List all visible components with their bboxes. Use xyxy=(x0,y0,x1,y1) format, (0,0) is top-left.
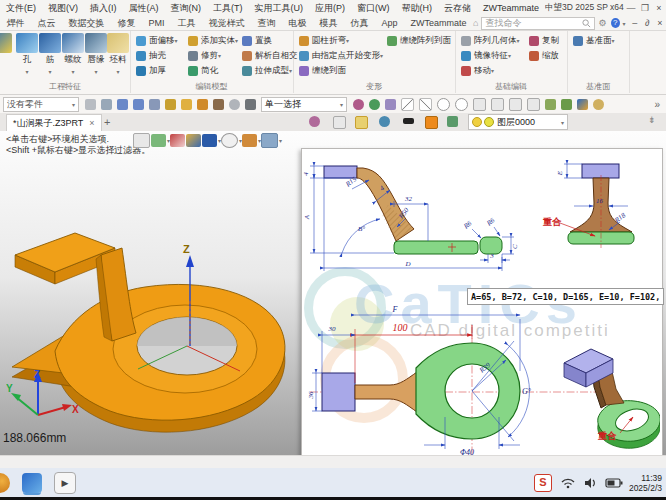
circlepoint-icon[interactable] xyxy=(437,98,450,111)
menu-attributes[interactable]: 属性(A) xyxy=(123,2,165,15)
view-axis-icon[interactable] xyxy=(309,116,320,127)
menu-view[interactable]: 视图(V) xyxy=(42,2,84,15)
flag-icon[interactable] xyxy=(165,99,176,110)
color-swatch[interactable] xyxy=(425,116,438,129)
arc-icon[interactable] xyxy=(509,98,522,111)
tool-faceoffset[interactable]: 面偏移▾ xyxy=(134,33,178,48)
layer-select[interactable]: 图层0000 ▾ xyxy=(468,114,568,130)
history-icon[interactable] xyxy=(229,99,240,110)
folder-icon[interactable] xyxy=(181,99,192,110)
taskbar-app-cut-icon[interactable] xyxy=(0,473,10,493)
filter-icon[interactable] xyxy=(85,99,96,110)
menu-applications[interactable]: 应用(P) xyxy=(309,2,351,15)
menu-cloud[interactable]: 云存储 xyxy=(438,2,477,15)
menu-file[interactable]: 文件(E) xyxy=(0,2,42,15)
close-button[interactable]: × xyxy=(652,3,666,13)
bulb-frozen-icon[interactable] xyxy=(484,117,494,127)
collapse-ribbon-icon[interactable]: ⇟ xyxy=(648,115,656,125)
doc-minimize-button[interactable]: – xyxy=(629,18,641,28)
help-icon[interactable]: ? xyxy=(611,18,620,28)
wifi-icon[interactable] xyxy=(560,476,576,490)
graphics-area[interactable]: <单击右键>环境相关选项. <Shift +鼠标右键>显示选择过滤器。 ▾ ▾ … xyxy=(0,131,666,455)
new-tab-button[interactable]: + xyxy=(104,116,110,128)
taskbar-record-icon[interactable]: ▶ xyxy=(54,472,76,494)
line2-icon[interactable] xyxy=(419,98,432,111)
taskbar-clock[interactable]: 11:39 2025/2/3 xyxy=(629,473,662,493)
polyline-icon[interactable] xyxy=(473,98,486,111)
tool-scale[interactable]: 缩放 xyxy=(527,48,559,63)
tab-visualstyle[interactable]: 视觉样式 xyxy=(202,17,251,30)
tray-app-icon[interactable]: S xyxy=(534,474,552,492)
tool-replace[interactable]: 置换 xyxy=(240,33,298,48)
tab-close-icon[interactable]: × xyxy=(89,118,94,128)
speaker-icon[interactable] xyxy=(583,476,598,490)
tool-patterngeom[interactable]: 阵列几何体▾ xyxy=(459,33,520,48)
menu-insert[interactable]: 插入(I) xyxy=(84,2,123,15)
help-caret-icon[interactable]: ▾ xyxy=(623,20,626,27)
tab-pmi[interactable]: PMI xyxy=(142,18,171,28)
tool-deformpoint[interactable]: 由指定点开始变形▾ xyxy=(297,48,383,63)
tab-inquire[interactable]: 查询 xyxy=(251,17,282,30)
magnet-icon[interactable] xyxy=(353,99,364,110)
tool-trim[interactable]: 修剪▾ xyxy=(186,48,238,63)
split-icon[interactable] xyxy=(385,99,396,110)
selection-mode-select[interactable]: 单一选择▾ xyxy=(261,97,347,112)
doc-close-button[interactable]: × xyxy=(654,18,666,28)
tab-weldment[interactable]: 焊件 xyxy=(0,17,31,30)
doc-restore-button[interactable]: ∂ xyxy=(641,18,653,28)
spline-icon[interactable] xyxy=(491,98,504,111)
command-search[interactable]: 查找命令 xyxy=(481,17,594,30)
tab-mold[interactable]: 模具 xyxy=(313,17,344,30)
menu-utilities[interactable]: 实用工具(U) xyxy=(249,2,310,15)
tab-simulation[interactable]: 仿真 xyxy=(344,17,375,30)
tool-addsolid[interactable]: 添加实体▾ xyxy=(186,33,238,48)
tool-shell[interactable]: 抽壳 xyxy=(134,48,178,63)
tool-mirror[interactable]: 镜像特征▾ xyxy=(459,48,520,63)
menu-window[interactable]: 窗口(W) xyxy=(351,2,396,15)
grid-icon[interactable] xyxy=(355,116,368,129)
tab-dataexchange[interactable]: 数据交换 xyxy=(62,17,111,30)
tool-move[interactable]: 移动▾ xyxy=(459,63,520,78)
minimize-button[interactable]: — xyxy=(624,3,638,13)
tool-datumplane[interactable]: 基准面▾ xyxy=(571,33,615,48)
tab-pointcloud[interactable]: 点云 xyxy=(31,17,62,30)
tool-wraptoface[interactable]: 缠绕到面 xyxy=(297,63,383,78)
view-orient-icon[interactable] xyxy=(221,133,238,148)
document-tab[interactable]: *山涧果子.Z3PRT × xyxy=(6,114,102,131)
tool-resolve[interactable]: 解析自相交 xyxy=(240,48,298,63)
tool-thicken[interactable]: 加厚 xyxy=(134,63,178,78)
tool-stretch[interactable]: 拉伸成型▾ xyxy=(240,63,298,78)
session-icon[interactable] xyxy=(213,99,224,110)
unlock-icon[interactable] xyxy=(242,134,257,147)
home-icon[interactable]: ⌂ xyxy=(473,18,478,28)
menu-zwteammate[interactable]: ZWTeammate xyxy=(477,3,545,13)
part-filter-select[interactable]: 没有零件▾ xyxy=(3,97,79,112)
stop-icon[interactable] xyxy=(245,99,256,110)
exit-icon[interactable] xyxy=(133,133,150,148)
export-icon[interactable] xyxy=(197,99,208,110)
snap3-icon[interactable] xyxy=(149,99,160,110)
tool-cutoff[interactable] xyxy=(0,33,14,53)
settings-gear-icon[interactable]: ⚙ xyxy=(599,18,607,28)
face1-icon[interactable] xyxy=(545,99,556,110)
snap2-icon[interactable] xyxy=(133,99,144,110)
tab-tools[interactable]: 工具 xyxy=(171,17,202,30)
csys-icon[interactable] xyxy=(333,116,346,129)
tool-cylbend[interactable]: 圆柱折弯▾ xyxy=(297,33,383,48)
snap1-icon[interactable] xyxy=(117,99,128,110)
restore-button[interactable]: ❐ xyxy=(638,3,652,13)
tab-repair[interactable]: 修复 xyxy=(111,17,142,30)
select-hand-icon[interactable] xyxy=(151,134,166,147)
linewidth-swatch[interactable] xyxy=(403,118,414,124)
tab-zwteammate[interactable]: ZWTeammate xyxy=(404,18,473,28)
tab-app[interactable]: App xyxy=(375,18,404,28)
play-icon[interactable] xyxy=(369,99,380,110)
battery-icon[interactable] xyxy=(605,477,623,489)
drawing-sheet[interactable]: CaTICs CAD digital competiti xyxy=(301,148,663,464)
solid-box-icon[interactable] xyxy=(186,134,201,147)
capture-icon[interactable] xyxy=(261,133,278,148)
world-icon[interactable] xyxy=(379,116,390,127)
angleline-icon[interactable] xyxy=(527,98,540,111)
lightbulb-tool-icon[interactable] xyxy=(447,116,458,127)
shaded-view-icon[interactable] xyxy=(202,134,217,147)
